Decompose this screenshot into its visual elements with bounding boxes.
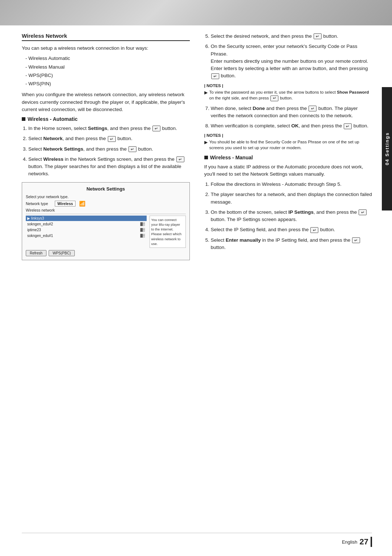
enter-button-icon — [108, 136, 116, 142]
network-settings-screenshot: Network Settings Select your network typ… — [22, 182, 190, 261]
enter-button-icon — [314, 33, 322, 39]
notes-item-1: ▶ To view the password as you enter it, … — [204, 89, 372, 101]
notes-label-1: | NOTES | — [204, 83, 372, 88]
step-6: On the Security screen, enter your netwo… — [211, 43, 372, 79]
steps-list-cont2: When done, select Done and then press th… — [211, 105, 372, 130]
manual-step-4: Select the IP Setting field, and then pr… — [211, 226, 372, 233]
subsection-manual-title: Wireless - Manual — [204, 155, 372, 160]
enter-button-icon — [309, 106, 317, 111]
footer-bar — [371, 537, 372, 547]
net-type-value: Wireless — [55, 201, 75, 207]
refresh-button[interactable]: Refresh — [26, 250, 46, 256]
enter-button-icon — [176, 156, 184, 162]
net-networks-area: ▶ linksys3 sokngen_edu#2 ▓▒ iptime23 ▓▒ — [26, 216, 186, 248]
list-item: WPS(PIN) — [25, 80, 190, 87]
enter-button-icon — [352, 237, 360, 243]
ways-list: Wireless Automatic Wireless Manual WPS(P… — [25, 55, 190, 87]
net-select-label: Select your network type. — [26, 195, 186, 199]
right-column: Select the desired network, and then pre… — [204, 33, 372, 265]
manual-step-5: Select Enter manually in the IP Setting … — [211, 237, 372, 252]
list-item: Wireless Manual — [25, 64, 190, 71]
enter-button-icon — [310, 227, 318, 233]
section-tab: 04 Settings — [382, 87, 392, 210]
two-column-layout: Wireless Network You can setup a wireles… — [22, 33, 372, 265]
net-buttons: Refresh WPS(PBC) — [26, 250, 186, 256]
top-decorative-bar — [0, 0, 392, 25]
manual-step-1: Follow the directions in Wireless - Auto… — [211, 181, 372, 188]
notes-item-2: ▶ You should be able to find the Securit… — [204, 139, 372, 151]
net-info-box: You can connect your Blu-ray player to t… — [150, 216, 186, 248]
step-7: When done, select Done and then press th… — [211, 105, 372, 120]
notes-arrow-icon: ▶ — [204, 139, 208, 151]
enter-button-icon — [211, 73, 219, 79]
notes-label-2: | NOTES | — [204, 133, 372, 138]
net-network-name: ▶ linksys3 — [27, 216, 44, 220]
notes-block-1: | NOTES | ▶ To view the password as you … — [204, 83, 372, 101]
list-item: WPS(PBC) — [25, 72, 190, 79]
net-network-name: iptime23 — [27, 228, 41, 232]
notes-arrow-icon: ▶ — [204, 90, 208, 101]
wps-button[interactable]: WPS(PBC) — [49, 250, 75, 256]
net-network-item: sokngen_edu#2 ▓▒ — [26, 221, 147, 227]
net-signal: ▓▒ — [140, 228, 145, 232]
bullet-icon — [204, 156, 208, 159]
manual-steps-list: Follow the directions in Wireless - Auto… — [211, 181, 372, 251]
subsection-automatic-title: Wireless - Automatic — [22, 116, 190, 122]
enter-button-icon — [128, 146, 136, 152]
main-content: Wireless Network You can setup a wireles… — [22, 33, 372, 534]
net-network-list: ▶ linksys3 sokngen_edu#2 ▓▒ iptime23 ▓▒ — [26, 216, 147, 248]
manual-step-3: On the bottom of the screen, select IP S… — [211, 209, 372, 224]
step-2: Select Network, and then press the butto… — [28, 135, 190, 142]
notes-block-2: | NOTES | ▶ You should be able to find t… — [204, 133, 372, 151]
footer-page: 27 — [360, 537, 368, 547]
section-tab-text: 04 Settings — [384, 132, 390, 165]
page-footer: English 27 — [22, 533, 372, 547]
section-title: Wireless Network — [22, 33, 190, 41]
wifi-icon: 📶 — [79, 201, 85, 207]
net-title: Network Settings — [26, 186, 186, 192]
notes-text-1: To view the password as you enter it, us… — [209, 89, 372, 101]
net-network-name: sokngen_edu#1 — [27, 234, 53, 238]
step-8: When verification is complete, select OK… — [211, 122, 372, 130]
enter-button-icon — [270, 95, 278, 101]
warning-text: When you configure the wireless network … — [22, 91, 190, 113]
net-network-name: sokngen_edu#2 — [27, 222, 53, 226]
step-3: Select Network Settings, and then press … — [28, 146, 190, 153]
notes-text-2: You should be able to find the Security … — [209, 139, 372, 151]
step-5: Select the desired network, and then pre… — [211, 33, 372, 40]
net-type-row: Network type Wireless 📶 — [26, 201, 186, 207]
enter-button-icon — [152, 126, 160, 131]
footer-lang: English — [342, 539, 358, 545]
manual-step-2: The player searches for a network, and t… — [211, 191, 372, 206]
left-column: Wireless Network You can setup a wireles… — [22, 33, 190, 265]
net-network-item: sokngen_edu#1 ▓▒ — [26, 233, 147, 238]
step-4: Select Wireless in the Network Settings … — [28, 156, 190, 178]
list-item: Wireless Automatic — [25, 55, 190, 62]
manual-intro-text: If you have a static IP address or the A… — [204, 163, 372, 178]
enter-button-icon — [359, 209, 367, 215]
steps-list: In the Home screen, select Settings, and… — [28, 125, 190, 178]
net-signal: ▓▒ — [140, 234, 145, 238]
steps-list-cont: Select the desired network, and then pre… — [211, 33, 372, 80]
net-type-label: Network type — [26, 201, 55, 206]
net-network-item: ▶ linksys3 — [26, 216, 147, 221]
bullet-icon — [22, 117, 25, 121]
enter-button-icon — [344, 123, 352, 129]
intro-text: You can setup a wireless network connect… — [22, 45, 190, 52]
net-signal: ▓▒ — [140, 222, 145, 226]
step-1: In the Home screen, select Settings, and… — [28, 125, 190, 132]
net-network-item: iptime23 ▓▒ — [26, 227, 147, 233]
net-wireless-label: Wireless network — [26, 208, 186, 212]
